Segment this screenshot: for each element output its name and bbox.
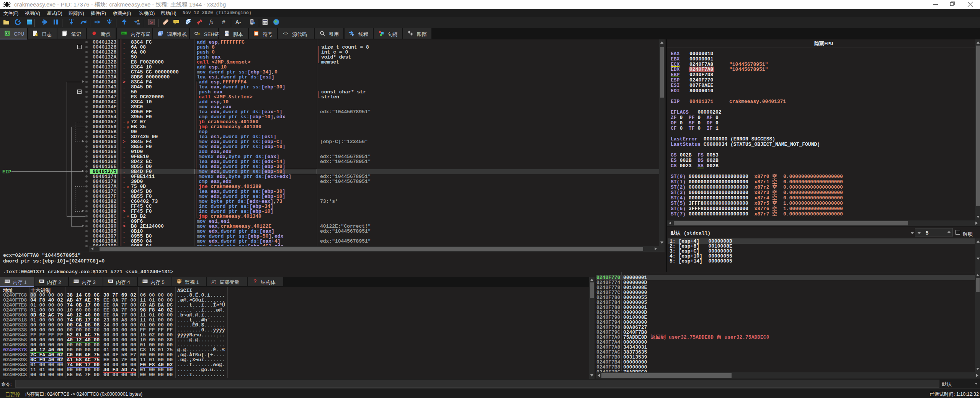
svg-text:?: ?	[253, 278, 257, 284]
svg-text:<>: <>	[225, 31, 229, 35]
svg-text:#: #	[222, 19, 225, 25]
svg-text:]: ]	[215, 279, 216, 284]
svg-text:<>: <>	[283, 31, 288, 36]
svg-text:A: A	[235, 19, 239, 25]
svg-text:[: [	[211, 279, 212, 284]
svg-text:fx: fx	[209, 19, 214, 25]
svg-text:z: z	[239, 21, 241, 25]
svg-text:32: 32	[6, 32, 9, 35]
svg-text:S: S	[150, 19, 153, 25]
